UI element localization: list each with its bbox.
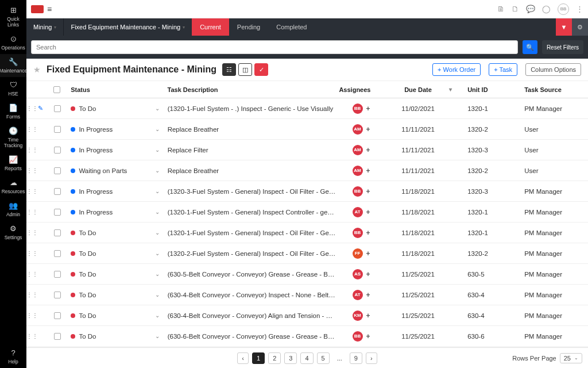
page-5[interactable]: 5 — [317, 352, 330, 364]
row-checkbox[interactable] — [54, 167, 61, 174]
drag-handle-icon[interactable]: ⋮⋮ — [26, 188, 34, 194]
drag-handle-icon[interactable]: ⋮⋮ — [26, 292, 34, 298]
table-row[interactable]: ⋮⋮To Do⌄(630-4-Belt Conveyor - Conveyor)… — [26, 285, 588, 305]
check-view-icon[interactable]: ✓ — [254, 63, 268, 76]
row-checkbox[interactable] — [54, 209, 61, 216]
tab-completed[interactable]: Completed — [268, 18, 315, 36]
table-row[interactable]: ⋮⋮Waiting on Parts⌄Replace BreatherAM+11… — [26, 160, 588, 181]
column-options-button[interactable]: Column Options — [525, 63, 581, 76]
work-order-button[interactable]: + Work Order — [432, 63, 481, 76]
chevron-down-icon[interactable]: ⌄ — [150, 126, 164, 132]
user-avatar[interactable]: BB — [558, 3, 569, 15]
row-checkbox[interactable] — [54, 271, 61, 278]
table-row[interactable]: ⋮⋮In Progress⌄Replace BreatherAM+11/11/2… — [26, 119, 588, 140]
list-view-icon[interactable]: ☷ — [222, 63, 236, 76]
assignee-avatar[interactable]: BB — [353, 228, 363, 238]
assignee-avatar[interactable]: AM — [353, 166, 363, 176]
drag-handle-icon[interactable]: ⋮⋮ — [26, 271, 34, 277]
assignee-avatar[interactable]: BB — [353, 331, 363, 342]
add-assignee-icon[interactable]: + — [366, 146, 370, 154]
menu-icon[interactable]: ≡ — [47, 5, 52, 14]
table-row[interactable]: ⋮⋮To Do⌄(630-4-Belt Conveyor - Conveyor)… — [26, 305, 588, 326]
reset-filters-button[interactable]: Reset Filters — [542, 40, 583, 54]
drag-handle-icon[interactable]: ⋮⋮ — [26, 105, 34, 112]
row-checkbox[interactable] — [54, 292, 61, 298]
assignee-avatar[interactable]: AM — [353, 145, 363, 155]
assignee-avatar[interactable]: FF — [353, 248, 363, 259]
table-row[interactable]: ⋮⋮In Progress⌄(1320-1-Fuel System - Gene… — [26, 202, 588, 223]
sidebar-item-forms[interactable]: 📄Forms — [0, 100, 26, 123]
chevron-down-icon[interactable]: ⌄ — [150, 271, 164, 277]
page-4[interactable]: 4 — [300, 352, 313, 364]
sidebar-item-maintenance[interactable]: 🔧Maintenance — [0, 54, 26, 77]
add-assignee-icon[interactable]: + — [366, 105, 370, 113]
tab-pending[interactable]: Pending — [229, 18, 268, 36]
add-assignee-icon[interactable]: + — [366, 312, 370, 320]
help-icon[interactable]: ◯ — [542, 5, 551, 13]
chevron-down-icon[interactable]: ⌄ — [150, 292, 164, 298]
assignee-avatar[interactable]: AM — [353, 124, 363, 135]
add-assignee-icon[interactable]: + — [366, 208, 370, 216]
sidebar-item-resources[interactable]: ☁Resources — [0, 175, 26, 198]
row-checkbox[interactable] — [54, 126, 61, 133]
drag-handle-icon[interactable]: ⋮⋮ — [26, 312, 34, 319]
search-button[interactable]: 🔍 — [523, 40, 537, 54]
add-assignee-icon[interactable]: + — [366, 250, 370, 258]
drag-handle-icon[interactable]: ⋮⋮ — [26, 229, 34, 236]
assignee-avatar[interactable]: BB — [353, 103, 363, 114]
chevron-down-icon[interactable]: ⌄ — [150, 167, 164, 174]
sidebar-item-hse[interactable]: 🛡HSE — [0, 77, 26, 100]
table-row[interactable]: ⋮⋮To Do⌄(630-6-Belt Conveyor - Conveyor)… — [26, 326, 588, 347]
filter-icon[interactable]: ▼ — [556, 18, 572, 36]
page-2[interactable]: 2 — [268, 352, 281, 364]
col-assignees[interactable]: Assignees — [335, 86, 386, 93]
table-row[interactable]: ⋮⋮In Progress⌄Replace FilterAM+11/11/202… — [26, 140, 588, 160]
tab-current[interactable]: Current — [192, 18, 229, 36]
funnel-icon[interactable]: ▾ — [449, 86, 463, 93]
row-checkbox[interactable] — [54, 105, 61, 112]
nav-mining-dropdown[interactable]: Mining▾ — [26, 18, 64, 36]
chevron-down-icon[interactable]: ⌄ — [150, 209, 164, 215]
export-icon[interactable]: 🗎 — [497, 5, 505, 13]
drag-handle-icon[interactable]: ⋮⋮ — [26, 250, 34, 256]
add-assignee-icon[interactable]: + — [366, 125, 370, 133]
page-next[interactable]: › — [366, 352, 377, 364]
sidebar-item-admin[interactable]: 👥Admin — [0, 198, 26, 221]
star-icon[interactable]: ★ — [33, 65, 41, 74]
add-assignee-icon[interactable]: + — [366, 229, 370, 237]
assignee-avatar[interactable]: KM — [353, 310, 363, 321]
col-due-date[interactable]: Due Date — [387, 86, 450, 93]
sidebar-item-settings[interactable]: ⚙Settings — [0, 221, 26, 244]
add-assignee-icon[interactable]: + — [366, 270, 370, 278]
table-row[interactable]: ⋮⋮To Do⌄(630-5-Belt Conveyor - Conveyor)… — [26, 264, 588, 285]
col-unit-id[interactable]: Unit ID — [463, 86, 520, 93]
chevron-down-icon[interactable]: ⌄ — [150, 333, 164, 339]
drag-handle-icon[interactable]: ⋮⋮ — [26, 167, 34, 174]
add-assignee-icon[interactable]: + — [366, 187, 370, 195]
row-checkbox[interactable] — [54, 229, 61, 236]
table-row[interactable]: ⋮⋮To Do⌄(1320-2-Fuel System - General) I… — [26, 243, 588, 264]
sidebar-item-help[interactable]: ?Help — [0, 345, 26, 368]
assignee-avatar[interactable]: AT — [353, 290, 363, 300]
sidebar-item-reports[interactable]: 📈Reports — [0, 152, 26, 175]
document-icon[interactable]: 🗋 — [512, 5, 519, 13]
edit-icon[interactable]: ✎ — [34, 105, 47, 112]
add-assignee-icon[interactable]: + — [366, 167, 370, 175]
rows-per-page-select[interactable]: 25⌄ — [560, 353, 582, 363]
drag-handle-icon[interactable]: ⋮⋮ — [26, 126, 34, 132]
row-checkbox[interactable] — [54, 333, 61, 340]
assignee-avatar[interactable]: AS — [353, 269, 363, 279]
add-assignee-icon[interactable]: + — [366, 332, 370, 340]
col-status[interactable]: Status — [67, 86, 150, 93]
chevron-down-icon[interactable]: ⌄ — [150, 229, 164, 236]
drag-handle-icon[interactable]: ⋮⋮ — [26, 147, 34, 153]
col-description[interactable]: Task Description — [164, 86, 336, 93]
task-button[interactable]: + Task — [489, 63, 517, 76]
assignee-avatar[interactable]: AT — [353, 207, 363, 217]
sidebar-item-time-tracking[interactable]: 🕒Time Tracking — [0, 123, 26, 152]
search-input[interactable] — [31, 40, 518, 54]
drag-handle-icon[interactable]: ⋮⋮ — [26, 209, 34, 215]
drag-handle-icon[interactable]: ⋮⋮ — [26, 333, 34, 339]
page-1[interactable]: 1 — [252, 352, 265, 364]
more-icon[interactable]: ⋮ — [576, 5, 583, 13]
